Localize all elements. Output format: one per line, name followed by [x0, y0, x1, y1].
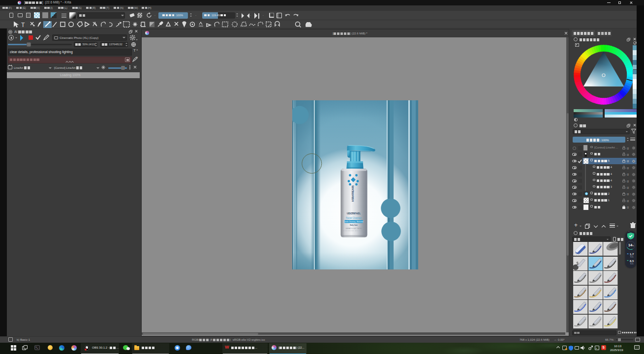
- svg-text:Gentle Cleansing - Moisturize: Gentle Cleansing - Moisturize: [344, 221, 364, 223]
- svg-text:DERMATOLOGIST TESTED: DERMATOLOGIST TESTED: [345, 228, 362, 230]
- svg-text:Daily Care: Daily Care: [350, 224, 358, 226]
- svg-text:UDIZRIFAEL: UDIZRIFAEL: [347, 212, 361, 215]
- svg-text:Facial Cleanser: Facial Cleanser: [346, 217, 362, 219]
- svg-text:T: T: [21, 22, 25, 29]
- svg-text:HSRAFREARS: HSRAFREARS: [351, 185, 354, 202]
- svg-text:FRAGRANCE FREE - 250 ml / 8.4: FRAGRANCE FREE - 250 ml / 8.4 FL OZ: [343, 230, 365, 232]
